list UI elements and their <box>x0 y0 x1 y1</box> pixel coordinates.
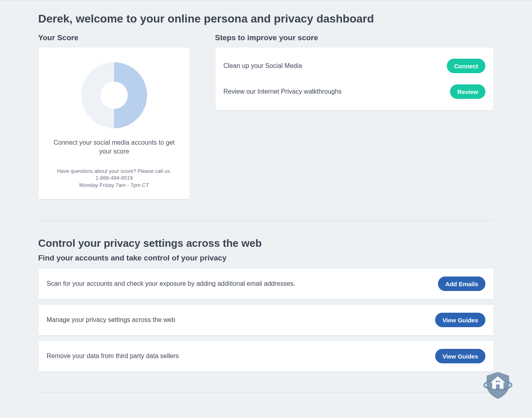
dashboard-container: Derek, welcome to your online persona an… <box>38 0 494 409</box>
privacy-action-card: Scan for your accounts and check your ex… <box>38 268 494 299</box>
privacy-action-text: Remove your data from third party data s… <box>47 352 179 360</box>
connect-button[interactable]: Connect <box>447 59 485 73</box>
step-row: Clean up your Social Media Connect <box>223 53 485 79</box>
privacy-section-subtitle: Find your accounts and take control of y… <box>38 254 494 262</box>
steps-section-label: Steps to improve your score <box>215 33 494 42</box>
score-column: Your Score Connect your social media acc… <box>38 33 190 199</box>
privacy-action-card: Remove your data from third party data s… <box>38 340 494 372</box>
score-card: Connect your social media accounts to ge… <box>38 47 190 199</box>
score-contact-line1: Have questions about your score? Please … <box>46 168 182 175</box>
page-title: Derek, welcome to your online persona an… <box>38 0 494 29</box>
review-button[interactable]: Review <box>450 84 485 99</box>
score-message: Connect your social media accounts to ge… <box>46 138 182 168</box>
privacy-action-card: Manage your privacy settings across the … <box>38 304 494 336</box>
step-row: Review our Internet Privacy walkthroughs… <box>223 79 485 104</box>
step-text: Clean up your Social Media <box>223 62 302 70</box>
add-emails-button[interactable]: Add Emails <box>438 277 485 291</box>
score-section-label: Your Score <box>38 33 190 42</box>
privacy-section-title: Control your privacy settings across the… <box>38 237 494 250</box>
section-divider <box>38 220 494 221</box>
top-row: Your Score Connect your social media acc… <box>38 33 494 199</box>
privacy-action-text: Scan for your accounts and check your ex… <box>47 280 295 287</box>
steps-card: Clean up your Social Media Connect Revie… <box>215 47 494 111</box>
steps-column: Steps to improve your score Clean up you… <box>215 33 494 111</box>
svg-rect-5 <box>498 381 500 382</box>
score-contact-line2: 1-888-494-8519 <box>46 174 182 182</box>
section-divider <box>38 392 494 393</box>
privacy-action-text: Manage your privacy settings across the … <box>47 316 175 324</box>
step-text: Review our Internet Privacy walkthroughs <box>223 88 342 95</box>
score-donut-wrap <box>46 59 182 138</box>
view-guides-button[interactable]: View Guides <box>435 313 485 327</box>
view-guides-button[interactable]: View Guides <box>435 349 485 363</box>
svg-rect-4 <box>496 381 497 382</box>
score-contact-line3: Monday-Friday 7am - 7pm CT <box>46 182 182 189</box>
score-contact: Have questions about your score? Please … <box>46 168 182 189</box>
score-donut-chart <box>81 62 147 129</box>
